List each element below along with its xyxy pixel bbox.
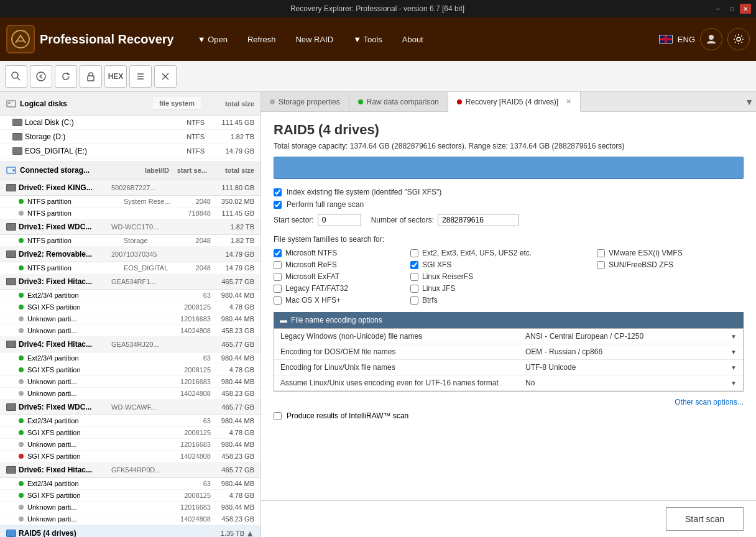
drive6-part4[interactable]: Unknown parti... 14024808 458.23 GB bbox=[0, 513, 260, 525]
close-button[interactable]: ✕ bbox=[740, 4, 751, 14]
drive6-part2[interactable]: SGI XFS partition 2008125 4.78 GB bbox=[0, 490, 260, 502]
drive5-header[interactable]: Drive5: Fixed WDC... WD-WCAWF... 465.77 … bbox=[0, 400, 260, 415]
drive5-part2[interactable]: SGI XFS partition 2008125 4.78 GB bbox=[0, 427, 260, 439]
lang-label: ENG bbox=[678, 35, 695, 44]
drive4-part3[interactable]: Unknown parti... 12016683 980.44 MB bbox=[0, 376, 260, 388]
back-button[interactable] bbox=[30, 65, 52, 88]
language-button[interactable]: ENG bbox=[659, 35, 695, 44]
drive5-part4[interactable]: SGI XFS partition 14024808 458.23 GB bbox=[0, 451, 260, 462]
open-button[interactable]: ▼ Open bbox=[189, 17, 236, 61]
fs-hfs-checkbox[interactable] bbox=[274, 296, 282, 305]
lock-button[interactable] bbox=[80, 65, 102, 88]
drive3-part4[interactable]: Unknown parti... 14024808 458.23 GB bbox=[0, 325, 260, 337]
drive6-part3[interactable]: Unknown parti... 12016683 980.44 MB bbox=[0, 502, 260, 513]
fullrange-label[interactable]: Perform full range scan bbox=[287, 200, 364, 209]
tab-recovery[interactable]: Recovery [RAID5 (4 drives)] ✕ bbox=[448, 92, 581, 112]
num-sectors-input[interactable] bbox=[438, 214, 519, 226]
drive4-part2[interactable]: SGI XFS partition 2008125 4.78 GB bbox=[0, 364, 260, 376]
disk-item-c[interactable]: Local Disk (C:) NTFS 111.45 GB bbox=[0, 116, 260, 130]
index-label[interactable]: Index existing file system (identifed "S… bbox=[287, 188, 441, 196]
fs-ntfs-label[interactable]: Microsoft NTFS bbox=[285, 249, 337, 257]
fullrange-checkbox[interactable] bbox=[274, 201, 282, 209]
drive1-header[interactable]: Drive1: Fixed WDC... WD-WCC1T0... 1.82 T… bbox=[0, 219, 260, 235]
drive0-part2[interactable]: NTFS partition 718848 111.45 GB bbox=[0, 208, 260, 219]
fs-reiserfs-checkbox[interactable] bbox=[410, 273, 418, 281]
drive4-part4[interactable]: Unknown parti... 14024808 458.23 GB bbox=[0, 388, 260, 400]
fs-ext-checkbox[interactable] bbox=[410, 249, 418, 257]
about-button[interactable]: About bbox=[394, 17, 432, 61]
fs-vmware-label[interactable]: VMware ESX(i) VMFS bbox=[609, 249, 683, 257]
close-button-sub[interactable] bbox=[154, 65, 177, 88]
fs-zfs-checkbox[interactable] bbox=[597, 261, 605, 269]
drive0-part1[interactable]: NTFS partition System Rese... 2048 350.0… bbox=[0, 196, 260, 208]
tab-raw-comparison[interactable]: Raw data comparison bbox=[349, 92, 448, 111]
drive0-header[interactable]: Drive0: Fixed KING... 50026B7227... 111.… bbox=[0, 180, 260, 196]
drive5-part3[interactable]: Unknown parti... 12016683 980.44 MB bbox=[0, 439, 260, 451]
fs-vmware-checkbox[interactable] bbox=[597, 249, 605, 257]
tabs-scroll-btn[interactable]: ▼ bbox=[745, 97, 754, 107]
drive4-header[interactable]: Drive4: Fixed Hitac... GEA534RJ20... 465… bbox=[0, 337, 260, 352]
minimize-button[interactable]: ─ bbox=[712, 4, 724, 14]
forward-button[interactable] bbox=[55, 65, 77, 88]
fs-exfat-checkbox[interactable] bbox=[274, 273, 282, 281]
fs-btrfs-checkbox[interactable] bbox=[410, 296, 418, 305]
intelliraw-label[interactable]: Produce results of IntelliRAW™ scan bbox=[287, 411, 408, 420]
raid5-header[interactable]: RAID5 (4 drives) 1.35 TB ▲ bbox=[0, 525, 260, 537]
disk-item-d[interactable]: Storage (D:) NTFS 1.82 TB bbox=[0, 130, 260, 144]
drive5-part1[interactable]: Ext2/3/4 partition 63 980.44 MB bbox=[0, 415, 260, 427]
index-checkbox[interactable] bbox=[274, 188, 282, 196]
drive1-part1[interactable]: NTFS partition Storage 2048 1.82 TB bbox=[0, 235, 260, 247]
fs-zfs-label[interactable]: SUN/FreeBSD ZFS bbox=[609, 260, 673, 269]
fs-btrfs-label[interactable]: Btrfs bbox=[422, 296, 438, 305]
refresh-button[interactable]: Refresh bbox=[239, 17, 285, 61]
user-button[interactable] bbox=[700, 28, 722, 50]
drive4-part1[interactable]: Ext2/3/4 partition 63 980.44 MB bbox=[0, 352, 260, 364]
fs-jfs-label[interactable]: Linux JFS bbox=[422, 284, 455, 293]
disk-size-d: 1.82 TB bbox=[205, 133, 254, 140]
fs-hfs-label[interactable]: Mac OS X HFS+ bbox=[285, 296, 341, 305]
drive2-part1[interactable]: NTFS partition EOS_DIGITAL 2048 14.79 GB bbox=[0, 262, 260, 274]
lang-area: ENG bbox=[659, 28, 750, 50]
drive6-part1[interactable]: Ext2/3/4 partition 63 980.44 MB bbox=[0, 478, 260, 490]
fs-reiserfs-label[interactable]: Linux ReiserFS bbox=[422, 272, 473, 281]
drive3-part1[interactable]: Ext2/3/4 partition 63 980.44 MB bbox=[0, 290, 260, 301]
start-sector-input[interactable] bbox=[318, 214, 361, 226]
tab-storage-properties[interactable]: Storage properties bbox=[261, 92, 349, 111]
close-tab-button[interactable]: ✕ bbox=[566, 98, 571, 106]
enc-arrow-2[interactable]: ▼ bbox=[731, 349, 737, 356]
fs-ext-label[interactable]: Ext2, Ext3, Ext4, UFS, UFS2 etc. bbox=[422, 249, 532, 257]
fs-fat-checkbox[interactable] bbox=[274, 285, 282, 293]
list-button[interactable] bbox=[129, 65, 152, 88]
intelliraw-checkbox[interactable] bbox=[274, 412, 282, 420]
scroll-up-btn[interactable]: ▲ bbox=[246, 528, 254, 537]
fs-sgixfs-checkbox[interactable] bbox=[410, 261, 418, 269]
hex-button[interactable]: HEX bbox=[104, 65, 127, 88]
fs-exfat-label[interactable]: Microsoft ExFAT bbox=[285, 272, 339, 281]
search-button[interactable] bbox=[5, 65, 27, 88]
drive3-part3[interactable]: Unknown parti... 12016683 980.44 MB bbox=[0, 313, 260, 325]
enc-arrow-4[interactable]: ▼ bbox=[731, 380, 737, 387]
other-scan-link[interactable]: Other scan options... bbox=[675, 398, 744, 406]
fs-refs-checkbox[interactable] bbox=[274, 261, 282, 269]
fs-ntfs-checkbox[interactable] bbox=[274, 249, 282, 257]
fs-sgixfs-label[interactable]: SGI XFS bbox=[422, 260, 451, 269]
drive3-header[interactable]: Drive3: Fixed Hitac... GEA534RF1... 465.… bbox=[0, 274, 260, 290]
settings-button[interactable] bbox=[727, 28, 750, 50]
disk-fs-e: NTFS bbox=[155, 147, 205, 155]
encoding-header[interactable]: ▬ File name encoding options bbox=[274, 312, 744, 328]
drive3-part2[interactable]: SGI XFS partition 2008125 4.78 GB bbox=[0, 301, 260, 313]
fs-refs-label[interactable]: Microsoft ReFS bbox=[285, 260, 337, 269]
maximize-button[interactable]: □ bbox=[726, 4, 737, 14]
new-raid-button[interactable]: New RAID bbox=[287, 17, 342, 61]
drive6-header[interactable]: Drive6: Fixed Hitac... GFK544RP0D... 465… bbox=[0, 462, 260, 478]
fs-fat-label[interactable]: Legacy FAT/FAT32 bbox=[285, 284, 348, 293]
disk-item-e[interactable]: EOS_DIGITAL (E:) NTFS 14.79 GB bbox=[0, 144, 260, 158]
fs-ext: Ext2, Ext3, Ext4, UFS, UFS2 etc. bbox=[410, 249, 597, 257]
enc-arrow-3[interactable]: ▼ bbox=[731, 364, 737, 371]
start-scan-button[interactable]: Start scan bbox=[666, 507, 744, 531]
fs-jfs-checkbox[interactable] bbox=[410, 285, 418, 293]
tools-button[interactable]: ▼ Tools bbox=[344, 17, 391, 61]
drive2-header[interactable]: Drive2: Removable... 2007103703‌45 14.79… bbox=[0, 247, 260, 262]
dot-green bbox=[19, 418, 24, 423]
enc-arrow-1[interactable]: ▼ bbox=[731, 333, 737, 340]
